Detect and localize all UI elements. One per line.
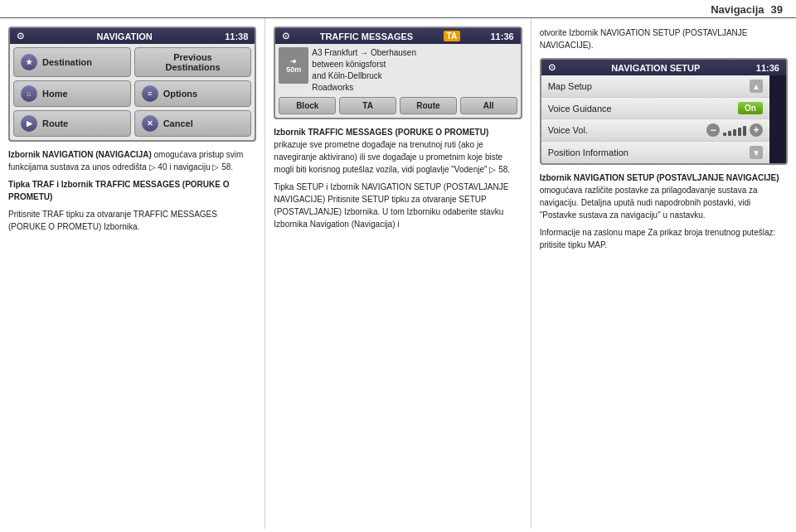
nav-screen-titlebar: ⊙ NAVIGATION 11:38 — [10, 28, 255, 44]
distance-arrow: ➜ — [290, 57, 297, 65]
page-title: Navigacija — [711, 3, 764, 16]
traffic-screen-mockup: ⊙ TRAFFIC MESSAGES TA 11:36 ➜ 50m A3 Fra… — [274, 27, 522, 119]
position-info-label: Position Information — [548, 148, 629, 157]
col3-para1-bold: Izbornik NAVIGATION SETUP (POSTAVLJANJE … — [540, 173, 779, 182]
type-line: Roadworks — [312, 82, 517, 94]
column-1: ⊙ NAVIGATION 11:38 ★ Destination Previou… — [0, 18, 265, 529]
cancel-label: Cancel — [163, 118, 193, 128]
navsetup-screen-title: NAVIGATION SETUP — [611, 63, 700, 73]
map-setup-scroll-up[interactable]: ▲ — [750, 80, 763, 93]
position-scroll-down[interactable]: ▼ — [750, 146, 763, 159]
between-line: between königsforst — [312, 59, 517, 70]
previous-destinations-button[interactable]: PreviousDestinations — [134, 47, 252, 77]
options-label: Options — [163, 89, 198, 99]
traffic-text: A3 Frankfurt → Oberhausen between königs… — [312, 47, 517, 94]
col2-para2: Tipka SETUP i Izbornik NAVIGATION SETUP … — [274, 181, 522, 230]
traffic-route-button[interactable]: Route — [400, 97, 457, 114]
voice-guidance-item[interactable]: Voice Guidance On — [541, 98, 769, 119]
traffic-screen-titlebar: ⊙ TRAFFIC MESSAGES TA 11:36 — [275, 28, 520, 44]
destination-icon: ★ — [21, 54, 37, 70]
vol-bar-3 — [733, 129, 736, 136]
ta-badge: TA — [444, 31, 461, 41]
vol-bar-1 — [723, 133, 726, 136]
vol-bar-4 — [738, 128, 741, 136]
nav-screen-icon: ⊙ — [17, 31, 24, 41]
nav-screen-time: 11:38 — [225, 31, 248, 41]
traffic-screen-title: TRAFFIC MESSAGES — [320, 31, 413, 41]
column-3: otvorite Izbornik NAVIGATION SETUP (POST… — [531, 18, 796, 529]
nav-screen-body: ★ Destination PreviousDestinations ⌂ Hom… — [10, 44, 255, 140]
col3-intro: otvorite Izbornik NAVIGATION SETUP (POST… — [540, 27, 788, 51]
vol-plus-button[interactable]: + — [750, 123, 763, 137]
voice-vol-label: Voice Vol. — [548, 125, 588, 135]
page-number: 39 — [771, 3, 783, 16]
voice-vol-item[interactable]: Voice Vol. − + — [541, 119, 769, 142]
options-button[interactable]: ≡ Options — [134, 80, 252, 107]
and-line: and Köln-Dellbruck — [312, 70, 517, 82]
navsetup-screen-icon: ⊙ — [548, 62, 556, 73]
col1-text: Izbornik NAVIGATION (NAVIGACIJA) omoguća… — [8, 148, 256, 238]
navsetup-screen-time: 11:36 — [756, 63, 779, 73]
navsetup-screen-body: Map Setup ▲ Voice Guidance On Voice Vol.… — [541, 75, 786, 163]
nav-screen-title: NAVIGATION — [96, 31, 152, 41]
col2-para1: prikazuje sve prometne događaje na trenu… — [274, 140, 510, 174]
col2-text: Izbornik TRAFFIC MESSAGES (PORUKE O PROM… — [274, 126, 522, 235]
col3-text: Izbornik NAVIGATION SETUP (POSTAVLJANJE … — [540, 172, 788, 256]
cancel-icon: ✕ — [142, 115, 158, 132]
col1-para1-bold: Izbornik NAVIGATION (NAVIGACIJA) — [8, 150, 152, 159]
traffic-screen-icon: ⊙ — [282, 31, 289, 41]
block-button[interactable]: Block — [279, 97, 336, 114]
route-label: Route — [42, 118, 68, 128]
map-setup-label: Map Setup — [548, 81, 592, 91]
home-button[interactable]: ⌂ Home — [13, 80, 131, 107]
prev-dest-label: PreviousDestinations — [165, 52, 220, 72]
distance-box: ➜ 50m — [279, 47, 308, 84]
vol-bar-5 — [743, 126, 746, 136]
vol-bar-2 — [728, 131, 731, 136]
navsetup-screen-mockup: ⊙ NAVIGATION SETUP 11:36 Map Setup ▲ Voi… — [540, 58, 788, 165]
traffic-info-row: ➜ 50m A3 Frankfurt → Oberhausen between … — [279, 47, 517, 94]
home-label: Home — [42, 89, 68, 99]
route-line: A3 Frankfurt → Oberhausen — [312, 47, 517, 59]
vol-control: − + — [706, 123, 763, 137]
col1-para2-bold: Tipka TRAF i Izbornik TRAFFIC MESSAGES (… — [8, 180, 230, 201]
navsetup-screen-titlebar: ⊙ NAVIGATION SETUP 11:36 — [541, 60, 786, 75]
col3-para1: omogućava različite postavke za prilagođ… — [540, 186, 758, 220]
route-icon: ▶ — [21, 115, 37, 132]
cancel-button[interactable]: ✕ Cancel — [134, 110, 252, 137]
map-setup-item[interactable]: Map Setup ▲ — [541, 75, 769, 98]
all-button[interactable]: All — [460, 97, 517, 114]
voice-guidance-label: Voice Guidance — [548, 104, 612, 114]
main-content: ⊙ NAVIGATION 11:38 ★ Destination Previou… — [0, 18, 796, 529]
route-button[interactable]: ▶ Route — [13, 110, 131, 137]
col3-para2: Informacije na zaslonu mape Za prikaz br… — [540, 226, 788, 251]
distance-value: 50m — [286, 65, 301, 74]
traffic-screen-body: ➜ 50m A3 Frankfurt → Oberhausen between … — [275, 44, 520, 118]
page-header: Navigacija 39 — [0, 0, 796, 18]
vol-bars — [723, 124, 746, 136]
ta-button[interactable]: TA — [339, 97, 396, 114]
traffic-screen-time: 11:36 — [491, 31, 514, 41]
destination-label: Destination — [42, 57, 92, 67]
column-2: ⊙ TRAFFIC MESSAGES TA 11:36 ➜ 50m A3 Fra… — [265, 18, 531, 529]
col2-para1-bold: Izbornik TRAFFIC MESSAGES (PORUKE O PROM… — [274, 128, 488, 137]
home-icon: ⌂ — [21, 85, 37, 102]
vol-minus-button[interactable]: − — [706, 123, 720, 137]
on-badge: On — [738, 102, 763, 114]
col1-para3: Pritisnite TRAF tipku za otvaranje TRAFF… — [8, 208, 256, 233]
destination-button[interactable]: ★ Destination — [13, 47, 131, 77]
traffic-buttons: Block TA Route All — [279, 97, 517, 114]
options-icon: ≡ — [142, 85, 158, 102]
position-info-item[interactable]: Position Information ▼ — [541, 142, 769, 163]
nav-screen-mockup: ⊙ NAVIGATION 11:38 ★ Destination Previou… — [8, 27, 256, 142]
